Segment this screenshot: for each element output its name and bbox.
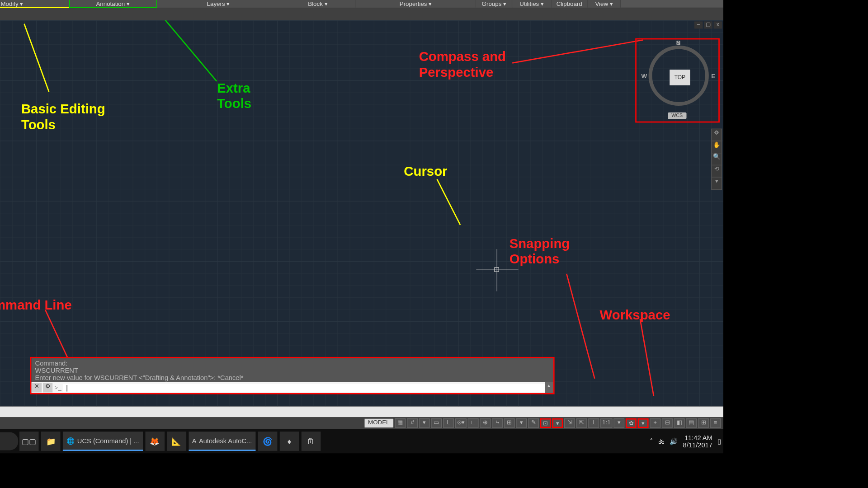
panel-block: Insert ▢ Create ✎ Edit ✎ Edit Attributes… — [280, 0, 356, 8]
tray-net-icon[interactable]: 🖧 — [658, 438, 665, 445]
status-btn-12[interactable]: ⊡ — [540, 418, 551, 428]
panel-annotation: Text Dimension ↗ Linear ▾ ↘ Leader ▾ ▦ T… — [70, 0, 157, 8]
status-btn-20[interactable]: ▾ — [638, 418, 649, 428]
panel-clipboard: Paste Clipboard — [552, 0, 588, 8]
explorer-icon[interactable]: 📁 — [41, 432, 61, 451]
status-btn-21[interactable]: + — [650, 418, 660, 428]
viewport-window-controls: – ▢ x — [694, 21, 722, 28]
panel-layers: LayerProperties ◔ ■ 0 Make Current Match… — [157, 0, 280, 8]
command-history: Command: WSCURRENT Enter new value for W… — [32, 358, 553, 382]
command-line: Command: WSCURRENT Enter new value for W… — [30, 357, 555, 394]
status-btn-7[interactable]: ⊕ — [480, 418, 491, 428]
nav-orbit-icon[interactable]: ⟲ — [712, 165, 722, 178]
drawing-area[interactable]: [–][Top][2D Wireframe] – ▢ x VisualStyle… — [0, 20, 723, 406]
status-btn-22[interactable]: ⊟ — [662, 418, 673, 428]
autocad-window: A ▢ ⌂ 💾 ↶ ↷ Autodesk AutoCAD 2017 - EDUC… — [0, 0, 723, 429]
ann-cursor: Cursor — [404, 164, 447, 179]
status-btn-3[interactable]: ▭ — [431, 418, 442, 428]
status-btn-13[interactable]: ▾ — [552, 418, 563, 428]
panel-view: Base View ▾ — [588, 0, 621, 8]
tray-up-icon[interactable]: ˄ — [650, 437, 653, 445]
viewcube-top[interactable]: TOP — [670, 70, 690, 85]
status-btn-9[interactable]: ⊞ — [504, 418, 515, 428]
status-btn-23[interactable]: ◧ — [674, 418, 685, 428]
panel-modify: ✥ Move⟳ Rotate✂ Trim ▾⎘ Copy⇋ Mirror⦿ Fi… — [0, 0, 70, 8]
status-btn-26[interactable]: ≡ — [710, 418, 721, 428]
status-btn-11[interactable]: ✎ — [528, 418, 539, 428]
nav-show-icon[interactable]: ▾ — [712, 178, 722, 190]
status-btn-6[interactable]: ∟ — [468, 418, 479, 428]
tray-vol-icon[interactable]: 🔊 — [670, 437, 678, 445]
status-btn-5[interactable]: ⊙▾ — [455, 418, 467, 428]
firefox-icon[interactable]: 🦊 — [145, 432, 165, 451]
layout-tabs: ModelLayout1Layout2+ — [0, 406, 723, 417]
ann-compass: Compass andPerspective — [419, 49, 506, 81]
matlab-icon[interactable]: 📐 — [167, 432, 186, 451]
ann-workspace: Workspace — [600, 308, 670, 324]
autocad-task[interactable]: A Autodesk AutoC... — [189, 432, 256, 451]
viewcube[interactable]: TOP N S W E WCS — [635, 38, 720, 123]
vp-close-icon[interactable]: x — [714, 21, 722, 28]
status-btn-4[interactable]: L — [443, 418, 454, 428]
panel-properties: MatchProperties ■ ByLayer —— ByLayer —— … — [356, 0, 476, 8]
status-btn-1[interactable]: # — [407, 418, 418, 428]
task-icon-1[interactable]: 🌀 — [258, 432, 278, 451]
tray-clock[interactable]: 11:42 AM8/11/2017 — [683, 434, 712, 448]
task-icon-3[interactable]: 🗓 — [302, 432, 321, 451]
windows-taskbar: ⊞ ◯ Ask me anything ▢▢ 📁 🌐 UCS (Command)… — [0, 429, 723, 453]
status-btn-16[interactable]: ⊥ — [588, 418, 599, 428]
status-btn-8[interactable]: ⤷ — [492, 418, 503, 428]
status-btn-10[interactable]: ▾ — [516, 418, 527, 428]
nav-pan-icon[interactable]: ✋ — [712, 141, 722, 154]
tray-notif-icon[interactable]: ▯ — [717, 437, 721, 445]
ann-extra: ExtraTools — [217, 80, 251, 112]
status-btn-18[interactable]: ▾ — [613, 418, 624, 428]
status-model[interactable]: MODEL — [364, 418, 394, 428]
status-btn-19[interactable]: ✿ — [626, 418, 637, 428]
status-btn-17[interactable]: 1:1 — [600, 418, 613, 428]
wcs-label[interactable]: WCS — [668, 113, 686, 119]
navigation-bar: ☸ ✋ 🔍 ⟲ ▾ — [711, 129, 722, 190]
grid — [0, 20, 723, 406]
nav-wheel-icon[interactable]: ☸ — [712, 129, 722, 141]
status-bar: MODEL▦#▾▭L⊙▾∟⊕⤷⊞▾✎⊡▾⇲⇱⊥1:1▾✿▾+⊟◧▤⊞≡ — [0, 417, 723, 429]
vp-max-icon[interactable]: ▢ — [704, 21, 712, 28]
task-view-icon[interactable]: ▢▢ — [19, 432, 39, 451]
task-icon-2[interactable]: ♦ — [280, 432, 299, 451]
panel-groups: Group Groups ▾ — [476, 0, 512, 8]
chrome-task[interactable]: 🌐 UCS (Command) | ... — [63, 432, 143, 451]
command-input[interactable] — [62, 384, 545, 391]
status-btn-24[interactable]: ▤ — [686, 418, 697, 428]
status-btn-2[interactable]: ▾ — [419, 418, 430, 428]
cmd-expand-icon[interactable]: ▴ — [545, 382, 553, 393]
status-btn-14[interactable]: ⇲ — [564, 418, 575, 428]
nav-zoom-icon[interactable]: 🔍 — [712, 153, 722, 165]
vp-min-icon[interactable]: – — [694, 21, 703, 28]
status-btn-25[interactable]: ⊞ — [698, 418, 709, 428]
ribbon: Line Polyline Circle Arc ▾ ▾ ▾ Draw ▾ ✥ … — [0, 0, 723, 8]
panel-utilities: Measure Utilities ▾ — [512, 0, 552, 8]
ann-snap: SnappingOptions — [509, 236, 570, 267]
status-btn-0[interactable]: ▦ — [395, 418, 406, 428]
ann-basic-edit: Basic EditingTools — [21, 102, 105, 133]
ann-cmdline: Command Line — [0, 297, 72, 313]
cortana-search[interactable]: ◯ Ask me anything — [0, 432, 18, 450]
cmd-opts-icon[interactable]: ⚙ — [43, 383, 52, 392]
cmd-close-icon[interactable]: ✕ — [32, 383, 42, 392]
file-tabs: Start Drawing1 + — [0, 8, 723, 20]
status-btn-15[interactable]: ⇱ — [576, 418, 587, 428]
